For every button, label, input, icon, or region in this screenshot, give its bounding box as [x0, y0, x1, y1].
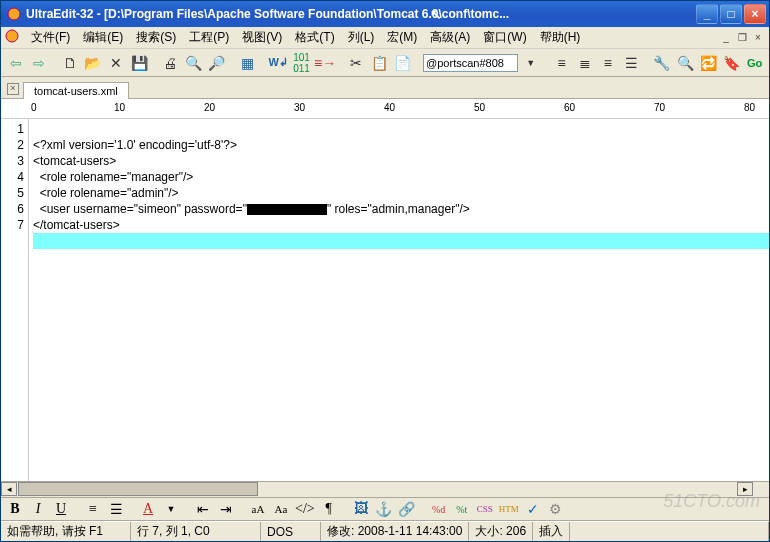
ruler-mark-60: 60 [564, 102, 575, 113]
anchor-icon[interactable]: ⚓ [374, 499, 394, 519]
menubar: 文件(F) 编辑(E) 搜索(S) 工程(P) 视图(V) 格式(T) 列(L)… [1, 27, 769, 49]
cut-button[interactable]: ✂ [346, 52, 367, 74]
mdi-restore-button[interactable]: ❐ [735, 31, 749, 45]
app-icon [6, 6, 22, 22]
bold-button[interactable]: B [5, 499, 25, 519]
ruler-mark-40: 40 [384, 102, 395, 113]
go-button[interactable]: Go [744, 52, 765, 74]
print-button[interactable]: 🖨 [159, 52, 180, 74]
minimize-button[interactable]: _ [696, 4, 718, 24]
menu-view[interactable]: 视图(V) [236, 26, 288, 49]
line-gutter: 1234567 [1, 119, 29, 481]
justify-button[interactable]: ☰ [620, 52, 641, 74]
menu-macro[interactable]: 宏(M) [381, 26, 423, 49]
forward-button[interactable]: ⇨ [28, 52, 49, 74]
time-button[interactable]: %t [452, 499, 472, 519]
case-lower-button[interactable]: aA [248, 499, 268, 519]
scroll-thumb[interactable] [18, 482, 258, 496]
settings-icon[interactable]: ⚙ [546, 499, 566, 519]
tab-bar: × tomcat-users.xml [1, 77, 769, 99]
align-center-button[interactable]: ≣ [574, 52, 595, 74]
para-button[interactable]: ¶ [319, 499, 339, 519]
replace-button[interactable]: 🔁 [698, 52, 719, 74]
code-content[interactable]: <?xml version='1.0' encoding='utf-8'?> <… [29, 119, 769, 481]
code-line: <tomcat-users> [33, 154, 116, 168]
ruler-mark-10: 10 [114, 102, 125, 113]
titlebar[interactable]: UltraEdit-32 - [D:\Program Files\Apache … [1, 1, 769, 27]
copy-button[interactable]: 📋 [369, 52, 390, 74]
new-button[interactable]: 🗋 [59, 52, 80, 74]
close-doc-button[interactable]: ✕ [105, 52, 126, 74]
code-line: <user username="simeon" password="" role… [33, 202, 470, 216]
menu-window[interactable]: 窗口(W) [477, 26, 532, 49]
wordwrap-button[interactable]: W↲ [268, 52, 289, 74]
scroll-left-button[interactable]: ◂ [1, 482, 17, 496]
status-insert: 插入 [533, 522, 570, 541]
ruler-mark-70: 70 [654, 102, 665, 113]
window-controls: _ □ × [696, 4, 766, 24]
status-encoding: DOS [261, 522, 321, 541]
code-area[interactable]: 1234567 <?xml version='1.0' encoding='ut… [1, 119, 769, 481]
italic-button[interactable]: I [28, 499, 48, 519]
list-ol-button[interactable]: ≡ [83, 499, 103, 519]
app-small-icon [5, 29, 21, 46]
find-text-button[interactable]: 🔍 [675, 52, 696, 74]
mdi-close-button[interactable]: × [751, 31, 765, 45]
menu-column[interactable]: 列(L) [342, 26, 381, 49]
validate-button[interactable]: ✓ [523, 499, 543, 519]
open-button[interactable]: 📂 [82, 52, 103, 74]
dropdown-button[interactable]: ▼ [520, 52, 541, 74]
svg-point-1 [6, 30, 18, 42]
status-size: 大小: 206 [469, 522, 533, 541]
close-tab-button[interactable]: × [7, 83, 19, 95]
search-field[interactable] [423, 54, 518, 72]
hex-button[interactable]: 101011 [291, 52, 312, 74]
indent-button[interactable]: ≡→ [314, 52, 336, 74]
ruler-mark-0: 0 [31, 102, 37, 113]
preview-button[interactable]: 🔍 [183, 52, 204, 74]
status-position: 行 7, 列 1, C0 [131, 522, 261, 541]
color-drop-button[interactable]: ▼ [161, 499, 181, 519]
image-button[interactable]: 🖼 [351, 499, 371, 519]
status-help: 如需帮助, 请按 F1 [1, 522, 131, 541]
back-button[interactable]: ⇦ [5, 52, 26, 74]
menu-help[interactable]: 帮助(H) [534, 26, 587, 49]
save-button[interactable]: 💾 [129, 52, 150, 74]
html-button[interactable]: HTM [498, 499, 520, 519]
code-line: <?xml version='1.0' encoding='utf-8'?> [33, 138, 237, 152]
ruler-mark-50: 50 [474, 102, 485, 113]
file-tab[interactable]: tomcat-users.xml [23, 82, 129, 99]
ruler-mark-20: 20 [204, 102, 215, 113]
scroll-right-button[interactable]: ▸ [737, 482, 753, 496]
menu-project[interactable]: 工程(P) [183, 26, 235, 49]
link-button[interactable]: 🔗 [397, 499, 417, 519]
close-button[interactable]: × [744, 4, 766, 24]
tool-red-button[interactable]: 🔧 [651, 52, 672, 74]
find-button[interactable]: 🔎 [206, 52, 227, 74]
paste-button[interactable]: 📄 [392, 52, 413, 74]
align-right-button[interactable]: ≡ [597, 52, 618, 74]
bookmark-icon[interactable]: 🔖 [721, 52, 742, 74]
font-color-button[interactable]: A [138, 499, 158, 519]
tool1-button[interactable]: ▦ [237, 52, 258, 74]
horizontal-scrollbar[interactable]: ◂ ▸ [1, 481, 769, 497]
indent-right-button[interactable]: ⇥ [216, 499, 236, 519]
maximize-button[interactable]: □ [720, 4, 742, 24]
menu-search[interactable]: 搜索(S) [130, 26, 182, 49]
format-toolbar: B I U ≡ ☰ A ▼ ⇤ ⇥ aA Aa </> ¶ 🖼 ⚓ 🔗 %d %… [1, 497, 769, 521]
css-button[interactable]: CSS [475, 499, 495, 519]
underline-button[interactable]: U [51, 499, 71, 519]
status-modified: 修改: 2008-1-11 14:43:00 [321, 522, 469, 541]
list-ul-button[interactable]: ☰ [106, 499, 126, 519]
menu-edit[interactable]: 编辑(E) [77, 26, 129, 49]
menu-file[interactable]: 文件(F) [25, 26, 76, 49]
mdi-minimize-button[interactable]: _ [719, 31, 733, 45]
menu-format[interactable]: 格式(T) [289, 26, 340, 49]
outdent-button[interactable]: ⇤ [193, 499, 213, 519]
case-upper-button[interactable]: Aa [271, 499, 291, 519]
tag-button[interactable]: </> [294, 499, 316, 519]
window-title: UltraEdit-32 - [D:\Program Files\Apache … [26, 7, 696, 21]
align-left-button[interactable]: ≡ [551, 52, 572, 74]
menu-advanced[interactable]: 高级(A) [424, 26, 476, 49]
date-button[interactable]: %d [429, 499, 449, 519]
